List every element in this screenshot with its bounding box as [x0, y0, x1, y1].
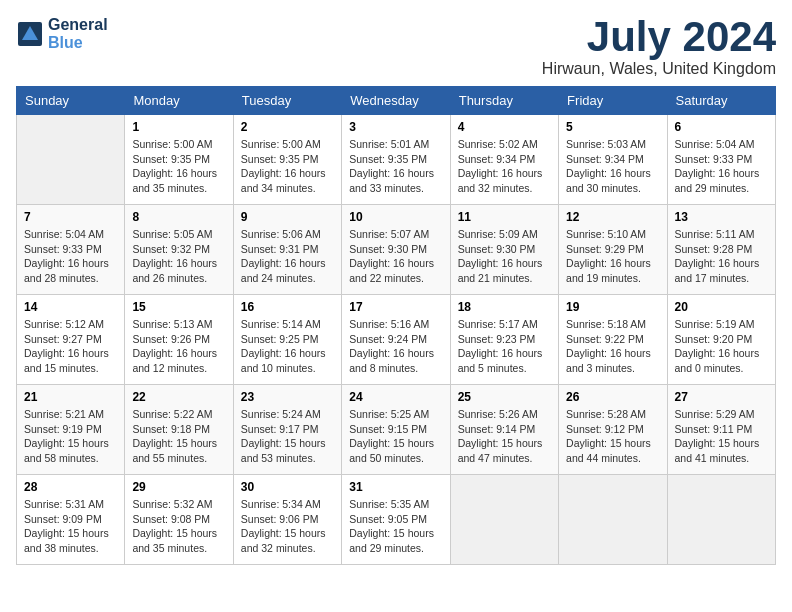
date-number: 5: [566, 120, 659, 134]
cell-content: Sunrise: 5:10 AM Sunset: 9:29 PM Dayligh…: [566, 227, 659, 286]
date-number: 23: [241, 390, 334, 404]
calendar-cell: 30Sunrise: 5:34 AM Sunset: 9:06 PM Dayli…: [233, 475, 341, 565]
day-header-friday: Friday: [559, 87, 667, 115]
cell-content: Sunrise: 5:00 AM Sunset: 9:35 PM Dayligh…: [241, 137, 334, 196]
cell-content: Sunrise: 5:00 AM Sunset: 9:35 PM Dayligh…: [132, 137, 225, 196]
cell-content: Sunrise: 5:19 AM Sunset: 9:20 PM Dayligh…: [675, 317, 768, 376]
cell-content: Sunrise: 5:17 AM Sunset: 9:23 PM Dayligh…: [458, 317, 551, 376]
calendar-cell: 11Sunrise: 5:09 AM Sunset: 9:30 PM Dayli…: [450, 205, 558, 295]
date-number: 30: [241, 480, 334, 494]
date-number: 1: [132, 120, 225, 134]
month-title: July 2024: [542, 16, 776, 58]
date-number: 4: [458, 120, 551, 134]
day-header-thursday: Thursday: [450, 87, 558, 115]
day-header-sunday: Sunday: [17, 87, 125, 115]
date-number: 25: [458, 390, 551, 404]
cell-content: Sunrise: 5:07 AM Sunset: 9:30 PM Dayligh…: [349, 227, 442, 286]
calendar-cell: 13Sunrise: 5:11 AM Sunset: 9:28 PM Dayli…: [667, 205, 775, 295]
date-number: 3: [349, 120, 442, 134]
date-number: 16: [241, 300, 334, 314]
cell-content: Sunrise: 5:04 AM Sunset: 9:33 PM Dayligh…: [675, 137, 768, 196]
date-number: 22: [132, 390, 225, 404]
cell-content: Sunrise: 5:32 AM Sunset: 9:08 PM Dayligh…: [132, 497, 225, 556]
cell-content: Sunrise: 5:02 AM Sunset: 9:34 PM Dayligh…: [458, 137, 551, 196]
logo-icon: [16, 20, 44, 48]
cell-content: Sunrise: 5:22 AM Sunset: 9:18 PM Dayligh…: [132, 407, 225, 466]
date-number: 26: [566, 390, 659, 404]
day-header-wednesday: Wednesday: [342, 87, 450, 115]
calendar-cell: [17, 115, 125, 205]
date-number: 14: [24, 300, 117, 314]
cell-content: Sunrise: 5:18 AM Sunset: 9:22 PM Dayligh…: [566, 317, 659, 376]
calendar-cell: 24Sunrise: 5:25 AM Sunset: 9:15 PM Dayli…: [342, 385, 450, 475]
cell-content: Sunrise: 5:26 AM Sunset: 9:14 PM Dayligh…: [458, 407, 551, 466]
cell-content: Sunrise: 5:24 AM Sunset: 9:17 PM Dayligh…: [241, 407, 334, 466]
calendar-cell: 25Sunrise: 5:26 AM Sunset: 9:14 PM Dayli…: [450, 385, 558, 475]
calendar-cell: 3Sunrise: 5:01 AM Sunset: 9:35 PM Daylig…: [342, 115, 450, 205]
cell-content: Sunrise: 5:29 AM Sunset: 9:11 PM Dayligh…: [675, 407, 768, 466]
calendar-cell: [450, 475, 558, 565]
page-header: General Blue July 2024 Hirwaun, Wales, U…: [16, 16, 776, 78]
date-number: 31: [349, 480, 442, 494]
calendar-cell: 29Sunrise: 5:32 AM Sunset: 9:08 PM Dayli…: [125, 475, 233, 565]
calendar-cell: 28Sunrise: 5:31 AM Sunset: 9:09 PM Dayli…: [17, 475, 125, 565]
date-number: 11: [458, 210, 551, 224]
date-number: 15: [132, 300, 225, 314]
location: Hirwaun, Wales, United Kingdom: [542, 60, 776, 78]
calendar-table: SundayMondayTuesdayWednesdayThursdayFrid…: [16, 86, 776, 565]
calendar-cell: 15Sunrise: 5:13 AM Sunset: 9:26 PM Dayli…: [125, 295, 233, 385]
date-number: 6: [675, 120, 768, 134]
calendar-cell: 20Sunrise: 5:19 AM Sunset: 9:20 PM Dayli…: [667, 295, 775, 385]
calendar-cell: 4Sunrise: 5:02 AM Sunset: 9:34 PM Daylig…: [450, 115, 558, 205]
title-section: July 2024 Hirwaun, Wales, United Kingdom: [542, 16, 776, 78]
date-number: 2: [241, 120, 334, 134]
date-number: 17: [349, 300, 442, 314]
cell-content: Sunrise: 5:21 AM Sunset: 9:19 PM Dayligh…: [24, 407, 117, 466]
logo: General Blue: [16, 16, 108, 52]
cell-content: Sunrise: 5:06 AM Sunset: 9:31 PM Dayligh…: [241, 227, 334, 286]
week-row-4: 21Sunrise: 5:21 AM Sunset: 9:19 PM Dayli…: [17, 385, 776, 475]
date-number: 20: [675, 300, 768, 314]
date-number: 19: [566, 300, 659, 314]
cell-content: Sunrise: 5:16 AM Sunset: 9:24 PM Dayligh…: [349, 317, 442, 376]
calendar-cell: 19Sunrise: 5:18 AM Sunset: 9:22 PM Dayli…: [559, 295, 667, 385]
calendar-cell: [667, 475, 775, 565]
calendar-cell: 21Sunrise: 5:21 AM Sunset: 9:19 PM Dayli…: [17, 385, 125, 475]
calendar-cell: 1Sunrise: 5:00 AM Sunset: 9:35 PM Daylig…: [125, 115, 233, 205]
calendar-cell: 18Sunrise: 5:17 AM Sunset: 9:23 PM Dayli…: [450, 295, 558, 385]
cell-content: Sunrise: 5:04 AM Sunset: 9:33 PM Dayligh…: [24, 227, 117, 286]
date-number: 27: [675, 390, 768, 404]
calendar-cell: 8Sunrise: 5:05 AM Sunset: 9:32 PM Daylig…: [125, 205, 233, 295]
date-number: 13: [675, 210, 768, 224]
cell-content: Sunrise: 5:03 AM Sunset: 9:34 PM Dayligh…: [566, 137, 659, 196]
date-number: 12: [566, 210, 659, 224]
week-row-3: 14Sunrise: 5:12 AM Sunset: 9:27 PM Dayli…: [17, 295, 776, 385]
date-number: 9: [241, 210, 334, 224]
week-row-5: 28Sunrise: 5:31 AM Sunset: 9:09 PM Dayli…: [17, 475, 776, 565]
cell-content: Sunrise: 5:01 AM Sunset: 9:35 PM Dayligh…: [349, 137, 442, 196]
date-number: 21: [24, 390, 117, 404]
calendar-cell: 26Sunrise: 5:28 AM Sunset: 9:12 PM Dayli…: [559, 385, 667, 475]
cell-content: Sunrise: 5:11 AM Sunset: 9:28 PM Dayligh…: [675, 227, 768, 286]
date-number: 7: [24, 210, 117, 224]
day-header-tuesday: Tuesday: [233, 87, 341, 115]
date-number: 24: [349, 390, 442, 404]
week-row-2: 7Sunrise: 5:04 AM Sunset: 9:33 PM Daylig…: [17, 205, 776, 295]
calendar-cell: 9Sunrise: 5:06 AM Sunset: 9:31 PM Daylig…: [233, 205, 341, 295]
cell-content: Sunrise: 5:14 AM Sunset: 9:25 PM Dayligh…: [241, 317, 334, 376]
calendar-cell: 6Sunrise: 5:04 AM Sunset: 9:33 PM Daylig…: [667, 115, 775, 205]
calendar-cell: 16Sunrise: 5:14 AM Sunset: 9:25 PM Dayli…: [233, 295, 341, 385]
cell-content: Sunrise: 5:28 AM Sunset: 9:12 PM Dayligh…: [566, 407, 659, 466]
date-number: 18: [458, 300, 551, 314]
calendar-cell: 22Sunrise: 5:22 AM Sunset: 9:18 PM Dayli…: [125, 385, 233, 475]
calendar-cell: 7Sunrise: 5:04 AM Sunset: 9:33 PM Daylig…: [17, 205, 125, 295]
cell-content: Sunrise: 5:09 AM Sunset: 9:30 PM Dayligh…: [458, 227, 551, 286]
calendar-cell: 2Sunrise: 5:00 AM Sunset: 9:35 PM Daylig…: [233, 115, 341, 205]
cell-content: Sunrise: 5:05 AM Sunset: 9:32 PM Dayligh…: [132, 227, 225, 286]
cell-content: Sunrise: 5:34 AM Sunset: 9:06 PM Dayligh…: [241, 497, 334, 556]
date-number: 10: [349, 210, 442, 224]
date-number: 29: [132, 480, 225, 494]
date-number: 28: [24, 480, 117, 494]
calendar-cell: 5Sunrise: 5:03 AM Sunset: 9:34 PM Daylig…: [559, 115, 667, 205]
week-row-1: 1Sunrise: 5:00 AM Sunset: 9:35 PM Daylig…: [17, 115, 776, 205]
